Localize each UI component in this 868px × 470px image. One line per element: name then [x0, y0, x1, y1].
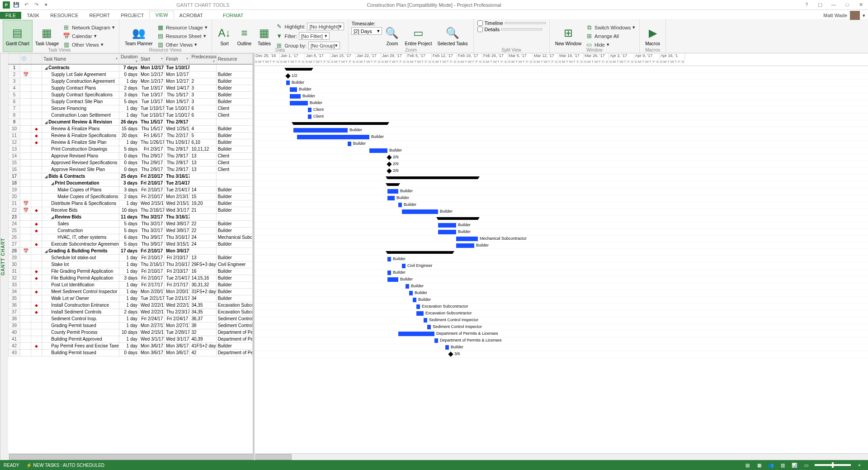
gantt-row[interactable]: Sediment Control Inspector — [255, 317, 868, 324]
table-row[interactable]: 36◆Install Construction Entrance1 dayWed… — [9, 302, 253, 309]
table-row[interactable]: 31◆File Grading Permit Application1 dayF… — [9, 268, 253, 275]
gantt-task-bar[interactable] — [308, 114, 311, 119]
gantt-task-bar[interactable] — [456, 237, 478, 241]
gantt-row[interactable]: Builder — [255, 202, 868, 209]
gantt-row[interactable]: Builder — [255, 290, 868, 297]
col-resource[interactable]: Resource — [216, 54, 252, 65]
col-finish[interactable]: Finish▾ — [165, 54, 190, 65]
table-row[interactable]: 35Walk Lot w/ Owner1 dayTue 2/21/17Tue 2… — [9, 295, 253, 302]
filter-dropdown[interactable]: [No Filter]▾ — [299, 32, 330, 40]
task-grid[interactable]: ⓘ Task Name▾ Duration▾ Start▾ Finish▾ Pr… — [8, 53, 253, 453]
details-checkbox[interactable]: Details — [476, 26, 547, 33]
table-row[interactable]: 42◆Pay Permit Fees and Excise Taxes1 day… — [9, 342, 253, 349]
gantt-summary-bar[interactable] — [387, 183, 398, 186]
redo-icon[interactable]: ↷ — [32, 1, 41, 9]
table-row[interactable]: 21📅Distribute Plans & Specifications1 da… — [9, 200, 253, 207]
gantt-task-bar[interactable] — [438, 223, 456, 228]
gantt-row[interactable]: Builder — [255, 134, 868, 141]
tab-view[interactable]: VIEW — [149, 11, 174, 19]
table-row[interactable]: 15Approved Revised Specifications0 daysT… — [9, 159, 253, 166]
gantt-task-bar[interactable] — [434, 338, 438, 343]
table-row[interactable]: 3Supply Construction Agreement1 dayMon 1… — [9, 78, 253, 85]
close-icon[interactable]: ✕ — [854, 2, 867, 8]
gantt-task-bar[interactable] — [290, 87, 297, 92]
table-row[interactable]: 1◢Contracts7 daysMon 1/2/17Tue 1/10/17 — [9, 64, 253, 71]
table-row[interactable]: 4Supply Contract Plans2 daysTue 1/3/17We… — [9, 85, 253, 91]
highlight-dropdown[interactable]: [No Highlight]▾ — [307, 23, 344, 30]
gantt-row[interactable]: 3/6 — [255, 351, 868, 358]
gantt-row[interactable]: Civil Engineer — [255, 263, 868, 270]
account-area[interactable]: Matt Wade ▾ — [823, 11, 865, 20]
col-taskname[interactable]: Task Name▾ — [42, 54, 119, 65]
gantt-row[interactable] — [255, 66, 868, 73]
gantt-task-bar[interactable] — [456, 243, 474, 248]
table-row[interactable]: 38Sediment Control Insp.1 dayFri 2/24/17… — [9, 315, 253, 322]
gantt-milestone[interactable] — [448, 351, 453, 356]
table-row[interactable]: 12◆Review & Finalize Site Plan1 dayThu 1… — [9, 139, 253, 146]
table-row[interactable]: 18◢Print Documentation3 daysFri 2/10/17T… — [9, 180, 253, 186]
gantt-row[interactable]: Builder — [255, 127, 868, 134]
table-row[interactable]: 41Building Permit Approved1 dayWed 3/1/1… — [9, 336, 253, 342]
gantt-task-bar[interactable] — [293, 128, 348, 133]
timeline-checkbox[interactable]: Timeline — [476, 20, 547, 26]
table-row[interactable]: 13Print Construction Drawings5 daysFri 2… — [9, 146, 253, 152]
gantt-row[interactable]: Department of Permits & Licenses — [255, 331, 868, 337]
gantt-task-bar[interactable] — [413, 298, 416, 302]
gantt-row[interactable]: Client — [255, 107, 868, 114]
table-row[interactable]: 32◆File Building Permit Application3 day… — [9, 275, 253, 281]
table-row[interactable]: 28📅◢Grading & Building Permits17 daysFri… — [9, 247, 253, 254]
table-row[interactable]: 19Make Copies of Plans3 daysFri 2/10/17T… — [9, 186, 253, 193]
gantt-task-bar[interactable] — [387, 277, 398, 282]
gantt-task-bar[interactable] — [427, 325, 431, 329]
gantt-row[interactable] — [255, 215, 868, 222]
tab-format[interactable]: FORMAT — [217, 12, 249, 19]
gantt-row[interactable]: Builder — [255, 276, 868, 283]
table-row[interactable]: 27◆Execute Subcontractor Agreements5 day… — [9, 241, 253, 247]
gantt-row[interactable]: Builder — [255, 188, 868, 195]
table-row[interactable]: 29Schedule lot stake-out1 dayFri 2/10/17… — [9, 254, 253, 261]
gantt-row[interactable]: Builder — [255, 86, 868, 93]
gantt-row[interactable]: Builder — [255, 242, 868, 249]
gantt-row[interactable]: 2/9 — [255, 161, 868, 168]
gantt-task-bar[interactable] — [290, 101, 308, 105]
undo-icon[interactable]: ↶ — [22, 1, 31, 9]
table-row[interactable]: 26HVAC, IT, other systems6 daysThu 3/9/1… — [9, 234, 253, 241]
table-row[interactable]: 20Make Copies of Specifications2 daysFri… — [9, 193, 253, 200]
table-row[interactable]: 9◢Document Review & Revision26 daysThu 1… — [9, 119, 253, 125]
gantt-row[interactable]: 2/9 — [255, 168, 868, 175]
gantt-summary-bar[interactable] — [438, 217, 478, 220]
gantt-task-bar[interactable] — [387, 257, 391, 261]
gantt-row[interactable] — [255, 120, 868, 127]
gantt-row[interactable]: Builder — [255, 222, 868, 229]
tab-acrobat[interactable]: ACROBAT — [174, 12, 208, 19]
col-indicators[interactable]: ⓘ — [20, 54, 31, 65]
table-row[interactable]: 30Stake lot1 dayThu 2/16/17Thu 2/16/1729… — [9, 261, 253, 268]
ribbon-collapse-icon[interactable]: ▢ — [814, 2, 826, 8]
gantt-task-bar[interactable] — [409, 291, 413, 295]
gantt-task-bar[interactable] — [445, 345, 449, 350]
gantt-row[interactable]: Sediment Control Inspector — [255, 324, 868, 331]
gantt-task-bar[interactable] — [424, 318, 427, 323]
table-row[interactable]: 11◆Review & Finalize Specifications20 da… — [9, 132, 253, 139]
gantt-row[interactable]: Excavation Subcontractor — [255, 304, 868, 310]
gantt-task-bar[interactable] — [348, 142, 351, 146]
gantt-task-bar[interactable] — [387, 271, 391, 275]
calendar-button[interactable]: 📅Calendar ▾ — [61, 32, 116, 40]
gantt-row[interactable]: Builder — [255, 93, 868, 100]
col-indicators2[interactable] — [31, 54, 42, 65]
col-rownum[interactable] — [9, 54, 20, 65]
gantt-summary-bar[interactable] — [387, 251, 453, 254]
gantt-summary-bar[interactable] — [387, 176, 478, 179]
qat-more-icon[interactable]: ▾ — [42, 1, 51, 9]
gantt-task-bar[interactable] — [398, 203, 402, 207]
gantt-row[interactable]: Department of Permits & Licenses — [255, 337, 868, 344]
gantt-task-bar[interactable] — [402, 264, 406, 268]
network-diagram-button[interactable]: ⊞Network Diagram ▾ — [61, 24, 116, 32]
table-row[interactable]: 22📅◆Receive Bids10 daysThu 2/16/17Wed 3/… — [9, 207, 253, 214]
gantt-row[interactable] — [255, 249, 868, 256]
gantt-summary-bar[interactable] — [293, 122, 387, 125]
gantt-task-bar[interactable] — [308, 108, 311, 112]
account-dropdown-icon[interactable]: ▾ — [863, 13, 865, 19]
gantt-row[interactable] — [255, 175, 868, 181]
gantt-row[interactable]: Excavation Subcontractor — [255, 310, 868, 317]
